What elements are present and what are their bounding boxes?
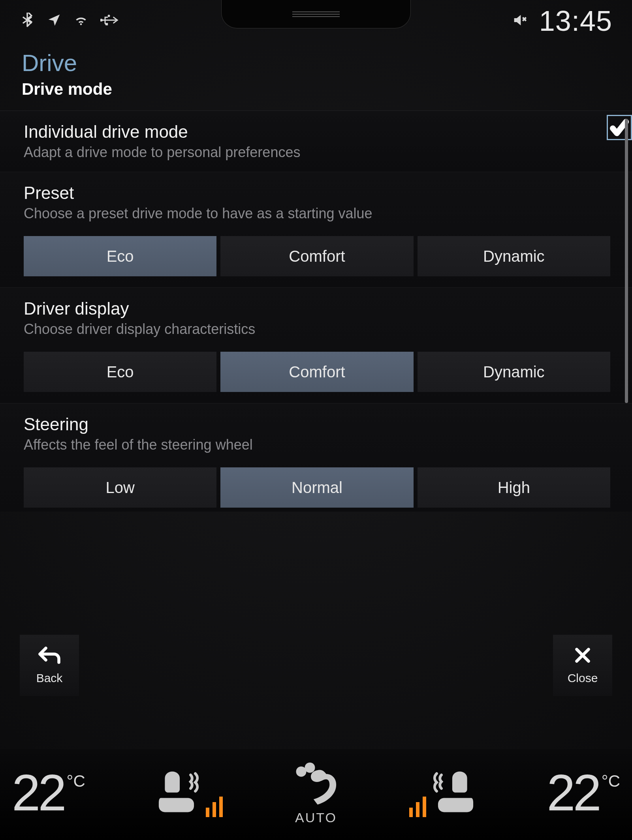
close-icon: [571, 646, 594, 668]
row-title: Steering: [24, 414, 610, 434]
preset-option-dynamic[interactable]: Dynamic: [418, 236, 610, 276]
usb-icon: [100, 13, 119, 28]
driver-seat-heat[interactable]: [152, 768, 223, 817]
page-header: Drive Drive mode: [0, 41, 632, 111]
seat-heat-icon: [152, 768, 201, 817]
row-preset: Preset Choose a preset drive mode to hav…: [0, 172, 632, 288]
heat-level-bars: [409, 796, 426, 817]
bluetooth-icon: [20, 13, 35, 29]
row-title: Driver display: [24, 299, 610, 319]
row-driver-display: Driver display Choose driver display cha…: [0, 288, 632, 403]
row-desc: Affects the feel of the steering wheel: [24, 437, 610, 453]
display-option-eco[interactable]: Eco: [24, 352, 216, 392]
individual-drive-mode-checkbox[interactable]: [607, 115, 632, 140]
passenger-temp[interactable]: 22 °C: [547, 767, 620, 818]
back-button[interactable]: Back: [20, 635, 79, 696]
breadcrumb[interactable]: Drive: [22, 49, 610, 77]
display-option-dynamic[interactable]: Dynamic: [418, 352, 610, 392]
temp-unit: °C: [67, 772, 85, 791]
close-button[interactable]: Close: [553, 635, 612, 696]
scrollbar[interactable]: [625, 119, 628, 403]
passenger-temp-value: 22: [547, 767, 599, 818]
driver-display-segmented: Eco Comfort Dynamic: [24, 352, 610, 392]
climate-mode[interactable]: AUTO: [290, 760, 343, 825]
row-steering: Steering Affects the feel of the steerin…: [0, 403, 632, 512]
svg-rect-1: [105, 23, 108, 25]
wifi-icon: [73, 13, 88, 29]
row-title: Preset: [24, 183, 610, 203]
steering-option-normal[interactable]: Normal: [220, 467, 413, 508]
row-title: Individual drive mode: [24, 122, 610, 142]
mute-icon: [512, 12, 527, 30]
fan-icon: [290, 760, 343, 809]
temp-unit: °C: [602, 772, 620, 791]
preset-option-comfort[interactable]: Comfort: [220, 236, 413, 276]
heat-level-bars: [206, 796, 223, 817]
seat-heat-icon: [431, 768, 480, 817]
back-label: Back: [36, 671, 63, 685]
steering-option-low[interactable]: Low: [24, 467, 216, 508]
settings-list: Individual drive mode Adapt a drive mode…: [0, 111, 632, 640]
close-label: Close: [568, 671, 598, 685]
page-title: Drive mode: [22, 80, 610, 99]
clock: 13:45: [539, 5, 612, 37]
top-handle[interactable]: [221, 0, 411, 28]
driver-temp-value: 22: [12, 767, 64, 818]
svg-point-2: [100, 19, 103, 21]
steering-option-high[interactable]: High: [418, 467, 610, 508]
status-bar: 13:45: [0, 0, 632, 41]
location-icon: [47, 13, 62, 29]
back-icon: [38, 646, 61, 668]
row-individual-drive-mode[interactable]: Individual drive mode Adapt a drive mode…: [0, 111, 632, 172]
status-icons-left: [20, 13, 119, 29]
row-desc: Choose a preset drive mode to have as a …: [24, 205, 610, 222]
row-desc: Choose driver display characteristics: [24, 321, 610, 338]
steering-segmented: Low Normal High: [24, 467, 610, 508]
display-option-comfort[interactable]: Comfort: [220, 352, 413, 392]
passenger-seat-heat[interactable]: [409, 768, 480, 817]
preset-option-eco[interactable]: Eco: [24, 236, 216, 276]
svg-point-0: [108, 15, 110, 17]
climate-mode-label: AUTO: [295, 810, 337, 825]
driver-temp[interactable]: 22 °C: [12, 767, 85, 818]
row-desc: Adapt a drive mode to personal preferenc…: [24, 144, 610, 161]
climate-bar: 22 °C AUTO: [0, 749, 632, 840]
preset-segmented: Eco Comfort Dynamic: [24, 236, 610, 276]
